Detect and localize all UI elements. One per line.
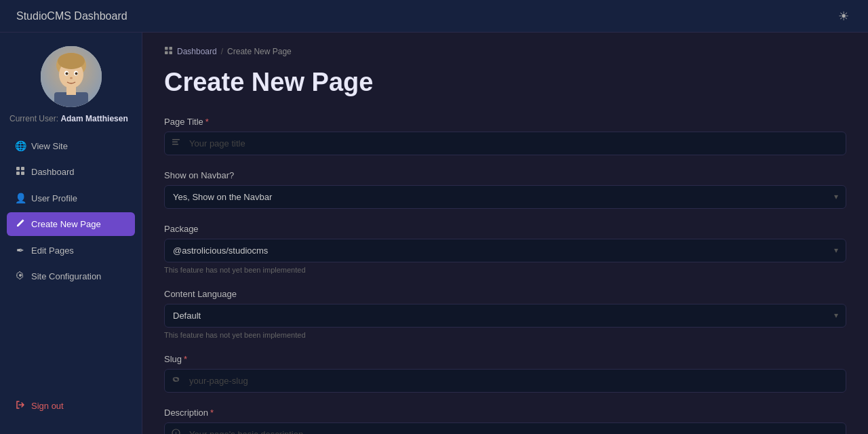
user-icon: 👤 bbox=[15, 193, 26, 203]
sidebar-item-dashboard[interactable]: Dashboard bbox=[7, 160, 135, 184]
main-content: Dashboard / Create New Page Create New P… bbox=[142, 33, 868, 434]
svg-rect-11 bbox=[66, 85, 76, 95]
sidebar-item-create-new-page[interactable]: Create New Page bbox=[7, 212, 135, 236]
show-on-navbar-select-wrapper: Yes, Show on the Navbar No, Hide from Na… bbox=[164, 185, 846, 209]
required-star-description: * bbox=[210, 408, 214, 418]
breadcrumb-separator: / bbox=[221, 47, 223, 56]
current-user-name: Adam Matthiesen bbox=[60, 114, 127, 123]
page-title: Create New Page bbox=[164, 68, 846, 98]
sidebar-item-edit-pages[interactable]: ✒ Edit Pages bbox=[7, 239, 135, 262]
current-user-label: Current User: Adam Matthiesen bbox=[9, 114, 128, 123]
required-star: * bbox=[205, 117, 209, 127]
content-language-note: This feature has not yet been implemente… bbox=[164, 331, 846, 339]
show-on-navbar-select[interactable]: Yes, Show on the Navbar No, Hide from Na… bbox=[164, 185, 846, 209]
description-input-wrapper: i bbox=[164, 422, 846, 434]
sidebar-label-edit-pages: Edit Pages bbox=[31, 245, 74, 256]
field-package-label: Package bbox=[164, 224, 846, 234]
edit-icon bbox=[15, 218, 26, 230]
main-layout: Current User: Adam Matthiesen 🌐 View Sit… bbox=[0, 33, 868, 434]
page-title-input-wrapper bbox=[164, 132, 846, 155]
svg-rect-14 bbox=[16, 172, 20, 175]
field-content-language: Content Language Default English Spanish… bbox=[164, 289, 846, 339]
svg-rect-16 bbox=[165, 47, 168, 50]
sidebar-label-create-new-page: Create New Page bbox=[31, 219, 101, 229]
required-star-slug: * bbox=[184, 354, 187, 364]
sidebar-item-user-profile[interactable]: 👤 User Profile bbox=[7, 186, 135, 210]
breadcrumb: Dashboard / Create New Page bbox=[164, 46, 846, 57]
content-language-select[interactable]: Default English Spanish French bbox=[164, 304, 846, 328]
field-description-label: Description * bbox=[164, 408, 846, 418]
package-select[interactable]: @astrolicious/studiocms bbox=[164, 239, 846, 262]
svg-rect-17 bbox=[170, 47, 173, 50]
svg-rect-12 bbox=[16, 167, 20, 170]
svg-rect-18 bbox=[165, 52, 168, 55]
field-page-title: Page Title * bbox=[164, 117, 846, 155]
field-content-language-label: Content Language bbox=[164, 289, 846, 299]
sidebar-label-site-configuration: Site Configuration bbox=[31, 271, 101, 281]
sidebar-label-user-profile: User Profile bbox=[31, 193, 77, 203]
field-page-title-label: Page Title * bbox=[164, 117, 846, 127]
description-input[interactable] bbox=[164, 422, 846, 434]
field-description: Description * i bbox=[164, 408, 846, 434]
sidebar-item-view-site[interactable]: 🌐 View Site bbox=[7, 134, 135, 157]
globe-icon: 🌐 bbox=[15, 140, 26, 151]
svg-rect-19 bbox=[170, 52, 173, 55]
sidebar-label-dashboard: Dashboard bbox=[31, 167, 75, 177]
theme-toggle-button[interactable]: ☀ bbox=[835, 6, 852, 26]
field-slug-label: Slug * bbox=[164, 354, 846, 364]
svg-point-4 bbox=[58, 53, 85, 69]
sidebar-label-view-site: View Site bbox=[31, 141, 68, 151]
top-header: StudioCMS Dashboard ☀ bbox=[0, 0, 868, 33]
package-select-wrapper: @astrolicious/studiocms ▾ bbox=[164, 239, 846, 262]
field-package: Package @astrolicious/studiocms ▾ This f… bbox=[164, 224, 846, 274]
svg-rect-13 bbox=[21, 167, 24, 170]
svg-rect-15 bbox=[21, 172, 24, 175]
field-show-on-navbar: Show on Navbar? Yes, Show on the Navbar … bbox=[164, 170, 846, 209]
sidebar-item-site-configuration[interactable]: Site Configuration bbox=[7, 264, 135, 288]
breadcrumb-current: Create New Page bbox=[227, 47, 292, 56]
slug-input-wrapper bbox=[164, 369, 846, 393]
signout-label: Sign out bbox=[31, 401, 64, 411]
signout-button[interactable]: Sign out bbox=[7, 394, 135, 418]
breadcrumb-dashboard-icon bbox=[164, 46, 173, 57]
svg-point-7 bbox=[65, 73, 68, 75]
page-title-input[interactable] bbox=[164, 132, 846, 155]
breadcrumb-dashboard-link[interactable]: Dashboard bbox=[177, 47, 217, 56]
dashboard-icon bbox=[15, 166, 26, 178]
package-note: This feature has not yet been implemente… bbox=[164, 266, 846, 274]
field-slug: Slug * bbox=[164, 354, 846, 393]
pencil-icon: ✒ bbox=[15, 245, 26, 256]
slug-input[interactable] bbox=[164, 369, 846, 393]
signout-icon bbox=[15, 400, 26, 412]
header-title: StudioCMS Dashboard bbox=[16, 10, 127, 22]
gear-icon bbox=[15, 271, 26, 282]
svg-point-8 bbox=[75, 73, 77, 75]
sidebar: Current User: Adam Matthiesen 🌐 View Sit… bbox=[0, 33, 142, 434]
theme-icon: ☀ bbox=[838, 9, 849, 23]
content-language-select-wrapper: Default English Spanish French ▾ bbox=[164, 304, 846, 328]
avatar bbox=[41, 46, 102, 107]
svg-point-9 bbox=[70, 77, 73, 79]
field-show-on-navbar-label: Show on Navbar? bbox=[164, 170, 846, 180]
